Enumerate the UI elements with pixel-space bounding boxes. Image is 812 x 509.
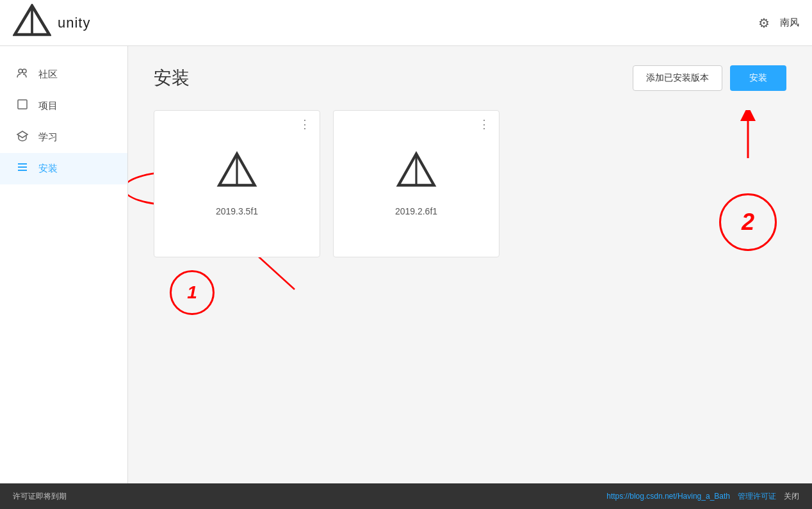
card-logo-0 xyxy=(216,151,257,195)
unity-card-logo-0 xyxy=(216,151,257,192)
header-logo-area: unity xyxy=(13,4,90,42)
card-version-1: 2019.2.6f1 xyxy=(395,206,437,216)
card-menu-button-1[interactable]: ⋮ xyxy=(478,118,490,130)
version-cards-grid: ⋮ 2019.3.5f1 ⋮ xyxy=(154,110,786,257)
card-version-0: 2019.3.5f1 xyxy=(216,206,258,216)
username-label: 南风 xyxy=(780,17,799,29)
card-menu-button-0[interactable]: ⋮ xyxy=(299,118,311,130)
main-layout: 社区 项目 学习 安装 1 2 xyxy=(0,46,812,483)
sidebar-installs-label: 安装 xyxy=(38,163,58,175)
settings-button[interactable]: ⚙ xyxy=(758,15,770,31)
sidebar-community-label: 社区 xyxy=(38,69,58,81)
sidebar: 社区 项目 学习 安装 xyxy=(0,46,128,483)
main-content: 1 2 安装 添加已安装版本 安装 ⋮ xyxy=(128,46,812,483)
annotation-number-1: 1 xyxy=(170,270,215,315)
sidebar-item-projects[interactable]: 项目 xyxy=(0,90,127,122)
page-header: 安装 添加已安装版本 安装 xyxy=(154,65,786,91)
install-button[interactable]: 安装 xyxy=(730,65,786,91)
svg-point-4 xyxy=(19,69,22,73)
projects-icon xyxy=(15,98,29,114)
version-card-1[interactable]: ⋮ 2019.2.6f1 xyxy=(333,110,499,257)
card-logo-1 xyxy=(396,151,437,195)
unity-card-logo-1 xyxy=(396,151,437,192)
page-actions: 添加已安装版本 安装 xyxy=(633,65,786,91)
app-header: unity ⚙ 南风 xyxy=(0,0,812,46)
unity-logo-icon xyxy=(13,4,51,42)
footer-right: https://blog.csdn.net/Having_a_Bath 管理许可… xyxy=(606,491,799,502)
svg-rect-6 xyxy=(18,100,27,109)
gear-icon: ⚙ xyxy=(758,16,770,30)
svg-line-3 xyxy=(32,6,49,35)
license-warning: 许可证即将到期 xyxy=(13,491,67,502)
app-name: unity xyxy=(58,15,90,31)
header-actions: ⚙ 南风 xyxy=(758,15,799,31)
manage-license-link[interactable]: 管理许可证 xyxy=(738,491,776,502)
version-card-0[interactable]: ⋮ 2019.3.5f1 xyxy=(154,110,320,257)
learn-icon xyxy=(15,129,29,145)
installs-icon xyxy=(15,161,29,177)
sidebar-projects-label: 项目 xyxy=(38,100,58,112)
sidebar-item-learn[interactable]: 学习 xyxy=(0,122,127,153)
close-label[interactable]: 关闭 xyxy=(784,491,799,502)
page-title: 安装 xyxy=(154,66,190,90)
sidebar-item-community[interactable]: 社区 xyxy=(0,59,127,90)
sidebar-item-installs[interactable]: 安装 xyxy=(0,153,127,184)
csdn-link[interactable]: https://blog.csdn.net/Having_a_Bath xyxy=(606,492,730,501)
app-footer: 许可证即将到期 https://blog.csdn.net/Having_a_B… xyxy=(0,483,812,509)
svg-point-5 xyxy=(22,69,26,73)
sidebar-learn-label: 学习 xyxy=(38,131,58,143)
add-installed-button[interactable]: 添加已安装版本 xyxy=(633,65,722,91)
community-icon xyxy=(15,67,29,83)
